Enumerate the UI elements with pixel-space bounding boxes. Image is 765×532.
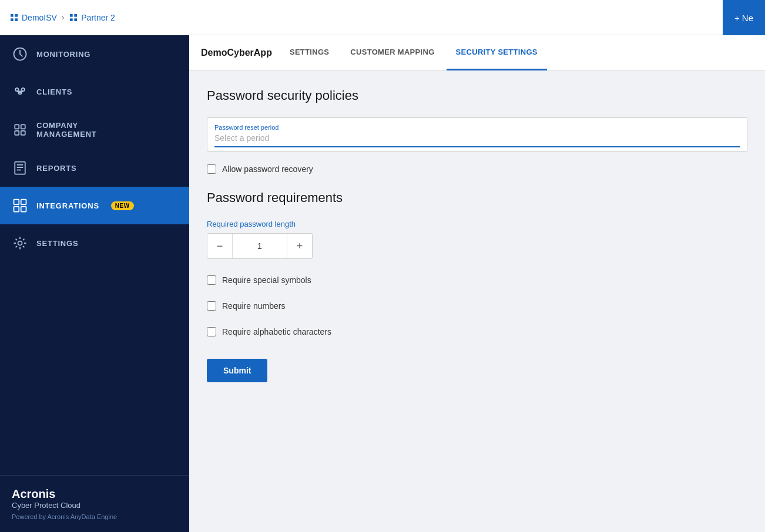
- stepper-value: 1: [232, 234, 287, 258]
- require-numbers-checkbox[interactable]: [207, 301, 216, 311]
- password-reset-value: Select a period: [214, 133, 740, 143]
- require-special-row: Require special symbols: [207, 275, 747, 285]
- require-alpha-checkbox[interactable]: [207, 327, 216, 336]
- sidebar-item-monitoring[interactable]: MONITORING: [0, 35, 189, 73]
- tab-security-settings[interactable]: SECURITY SETTINGS: [447, 35, 547, 70]
- sidebar-reports-label: REPORTS: [36, 164, 76, 173]
- svg-rect-6: [70, 18, 73, 21]
- svg-point-10: [22, 88, 25, 91]
- new-badge: NEW: [111, 201, 134, 210]
- field-underline: [214, 146, 740, 147]
- svg-rect-2: [11, 18, 14, 21]
- page-content: Password security policies Password rese…: [189, 70, 765, 532]
- sidebar-settings-label: SETTINGS: [36, 239, 78, 248]
- require-special-checkbox[interactable]: [207, 275, 216, 285]
- sidebar-monitoring-label: MONITORING: [36, 50, 90, 59]
- tab-settings[interactable]: SETTINGS: [280, 35, 338, 70]
- require-alpha-row: Require alphabetic characters: [207, 327, 747, 336]
- allow-recovery-checkbox[interactable]: [207, 164, 216, 174]
- sidebar-item-settings[interactable]: SETTINGS: [0, 224, 189, 262]
- settings-icon: [12, 235, 28, 251]
- svg-rect-15: [21, 124, 25, 129]
- sidebar-item-clients[interactable]: CLIENTS: [0, 73, 189, 110]
- powered-by: Powered by Acronis AnyData Engine: [12, 513, 177, 520]
- require-special-label[interactable]: Require special symbols: [222, 275, 311, 285]
- topbar: DemoISV › Partner 2 + Ne: [0, 0, 765, 35]
- breadcrumb-root[interactable]: DemoISV: [9, 13, 57, 22]
- svg-point-9: [15, 88, 18, 91]
- sidebar-clients-label: CLIENTS: [36, 87, 72, 96]
- svg-rect-4: [70, 14, 73, 17]
- submit-button[interactable]: Submit: [207, 359, 267, 382]
- clients-icon: [12, 83, 28, 100]
- require-numbers-row: Require numbers: [207, 301, 747, 311]
- content-area: DemoCyberApp SETTINGS CUSTOMER MAPPING S…: [189, 35, 765, 532]
- svg-rect-14: [15, 124, 19, 129]
- sidebar-footer: Acronis Cyber Protect Cloud Powered by A…: [0, 475, 189, 532]
- breadcrumb: DemoISV › Partner 2: [9, 13, 115, 22]
- breadcrumb-root-label: DemoISV: [22, 13, 57, 22]
- svg-rect-1: [15, 14, 18, 17]
- require-numbers-label[interactable]: Require numbers: [222, 301, 285, 311]
- brand-name: Acronis: [12, 487, 177, 501]
- svg-rect-3: [15, 18, 18, 21]
- svg-point-26: [18, 241, 22, 245]
- integrations-icon: [12, 197, 28, 214]
- section2-title: Password requirements: [207, 190, 747, 206]
- stepper-section: Required password length − 1 +: [207, 220, 747, 259]
- company-icon: [12, 122, 28, 138]
- svg-rect-16: [15, 131, 19, 135]
- breadcrumb-child-label: Partner 2: [81, 13, 115, 22]
- sidebar-company-label: COMPANYMANAGEMENT: [36, 121, 97, 139]
- tabs-bar: DemoCyberApp SETTINGS CUSTOMER MAPPING S…: [189, 35, 765, 70]
- stepper-label: Required password length: [207, 220, 747, 228]
- sidebar-item-reports[interactable]: REPORTS: [0, 149, 189, 187]
- sidebar: MONITORING CLIENTS: [0, 35, 189, 532]
- svg-rect-7: [75, 18, 78, 21]
- new-button[interactable]: + Ne: [723, 0, 765, 35]
- breadcrumb-child[interactable]: Partner 2: [69, 13, 115, 22]
- password-reset-field[interactable]: Password reset period Select a period: [207, 117, 747, 151]
- reports-icon: [12, 160, 28, 176]
- app-title: DemoCyberApp: [201, 48, 272, 58]
- building2-icon: [69, 13, 78, 22]
- svg-rect-5: [75, 14, 78, 17]
- svg-rect-23: [21, 200, 26, 205]
- svg-rect-25: [21, 207, 26, 212]
- breadcrumb-chevron: ›: [62, 13, 64, 22]
- require-alpha-label[interactable]: Require alphabetic characters: [222, 327, 331, 336]
- password-reset-label: Password reset period: [214, 124, 740, 131]
- sidebar-integrations-label: INTEGRATIONS: [36, 201, 99, 210]
- sidebar-item-company[interactable]: COMPANYMANAGEMENT: [0, 110, 189, 149]
- building-icon: [9, 13, 19, 22]
- increment-button[interactable]: +: [287, 234, 312, 258]
- svg-rect-24: [14, 207, 19, 212]
- main-layout: MONITORING CLIENTS: [0, 35, 765, 532]
- section1-title: Password security policies: [207, 88, 747, 103]
- svg-rect-22: [14, 200, 19, 205]
- tab-customer-mapping[interactable]: CUSTOMER MAPPING: [341, 35, 444, 70]
- decrement-button[interactable]: −: [207, 234, 232, 258]
- sidebar-item-integrations[interactable]: INTEGRATIONS NEW: [0, 187, 189, 224]
- svg-rect-0: [11, 14, 14, 17]
- password-length-stepper: − 1 +: [207, 233, 313, 259]
- sidebar-nav: MONITORING CLIENTS: [0, 35, 189, 475]
- monitoring-icon: [12, 46, 28, 62]
- allow-recovery-label[interactable]: Allow password recovery: [222, 164, 313, 174]
- allow-recovery-row: Allow password recovery: [207, 164, 747, 174]
- svg-rect-17: [21, 131, 25, 135]
- brand-sub: Cyber Protect Cloud: [12, 501, 177, 510]
